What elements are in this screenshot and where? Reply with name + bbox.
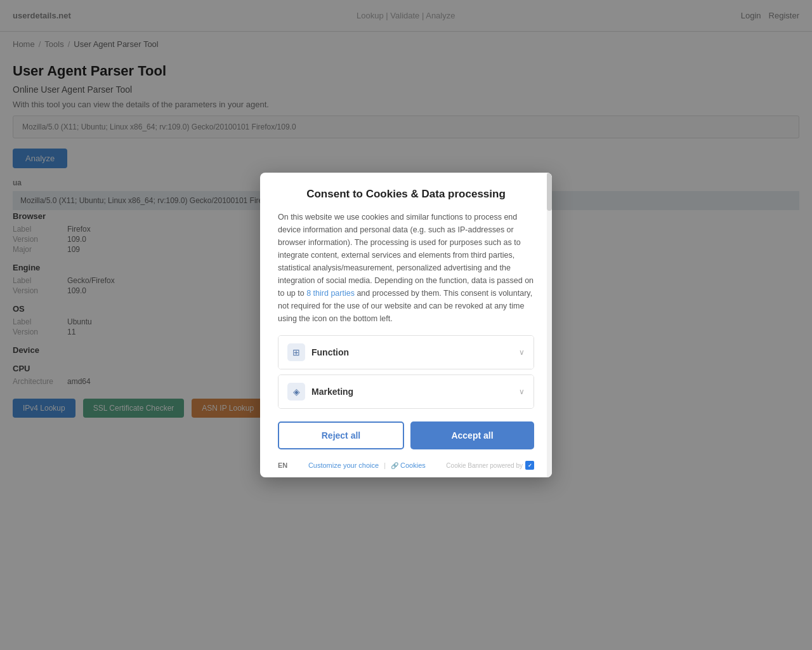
powered-logo: ✓ [525, 461, 534, 470]
cookie-dialog-scroll[interactable]: Consent to Cookies & Data processing On … [260, 173, 552, 414]
marketing-icon: ◈ [287, 383, 305, 401]
cookie-overlay: Consent to Cookies & Data processing On … [0, 0, 812, 650]
cookie-dialog: Consent to Cookies & Data processing On … [260, 173, 552, 477]
scrollbar-track [547, 173, 552, 414]
scrollbar-thumb[interactable] [547, 173, 552, 211]
cookie-footer-links: Customize your choice | 🔗 Cookies [308, 461, 426, 469]
marketing-label: Marketing [311, 387, 353, 397]
accordion-function: ⊞ Function ∨ [278, 335, 534, 369]
function-icon: ⊞ [287, 343, 305, 361]
cookies-link[interactable]: 🔗 Cookies [391, 461, 426, 469]
marketing-chevron-icon: ∨ [519, 387, 525, 396]
cookie-dialog-actions: Reject all Accept all [260, 414, 552, 456]
accordion-marketing-header[interactable]: ◈ Marketing ∨ [278, 375, 534, 408]
powered-by: Cookie Banner powered by ✓ [446, 461, 534, 470]
cookie-dialog-title: Consent to Cookies & Data processing [278, 188, 534, 201]
accept-all-button[interactable]: Accept all [410, 421, 534, 449]
language-selector[interactable]: EN [278, 461, 287, 469]
link-icon: 🔗 [391, 462, 398, 469]
cookie-dialog-body: On this website we use cookies and simil… [278, 211, 534, 325]
function-chevron-icon: ∨ [519, 348, 525, 357]
accordion-function-header[interactable]: ⊞ Function ∨ [278, 336, 534, 369]
function-label: Function [311, 347, 349, 357]
reject-all-button[interactable]: Reject all [278, 421, 404, 449]
cookie-footer-left: EN [278, 461, 287, 469]
cookie-dialog-footer: EN Customize your choice | 🔗 Cookies Coo… [260, 456, 552, 477]
customize-choice-link[interactable]: Customize your choice [308, 461, 379, 469]
accordion-marketing: ◈ Marketing ∨ [278, 375, 534, 409]
third-parties-link[interactable]: 8 third parties [306, 289, 355, 298]
